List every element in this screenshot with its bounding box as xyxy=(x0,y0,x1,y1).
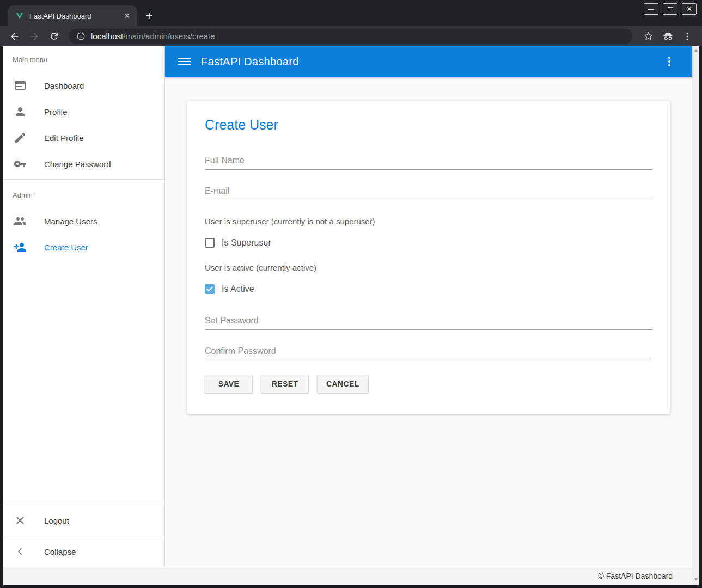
browser-menu-icon[interactable] xyxy=(679,28,695,45)
form-actions: SAVE RESET CANCEL xyxy=(205,375,652,393)
is-active-label: Is Active xyxy=(222,284,254,294)
app-bar: FastAPI Dashboard xyxy=(165,46,692,77)
new-tab-button[interactable]: + xyxy=(142,8,157,23)
sidebar-item-label: Dashboard xyxy=(44,81,84,90)
active-hint: User is active (currently active) xyxy=(205,263,652,272)
sidebar-divider xyxy=(3,505,164,505)
forward-button[interactable] xyxy=(26,28,42,45)
scroll-up-icon[interactable] xyxy=(694,49,698,52)
vue-favicon xyxy=(15,11,24,20)
tab-close-icon[interactable]: ✕ xyxy=(122,11,132,21)
url-bar[interactable]: localhost/main/admin/users/create xyxy=(69,29,632,44)
vertical-scrollbar[interactable] xyxy=(692,46,699,585)
cancel-button[interactable]: CANCEL xyxy=(317,375,369,393)
tab-title: FastAPI Dashboard xyxy=(29,12,122,20)
set-password-input[interactable] xyxy=(205,316,652,326)
sidebar-item-label: Manage Users xyxy=(44,217,97,226)
main-area: FastAPI Dashboard Create User xyxy=(165,46,692,567)
tab-strip: FastAPI Dashboard ✕ + ✕ xyxy=(0,0,702,26)
pencil-icon xyxy=(14,131,27,144)
sidebar-item-collapse[interactable]: Collapse xyxy=(3,538,164,565)
sidebar-item-label: Profile xyxy=(44,107,68,117)
page-viewport: Main menu Dashboard Profile xyxy=(3,46,699,585)
browser-tab[interactable]: FastAPI Dashboard ✕ xyxy=(8,5,137,26)
sidebar-item-logout[interactable]: Logout xyxy=(3,507,164,534)
copyright-text: © FastAPI Dashboard xyxy=(599,572,673,580)
sidebar-item-profile[interactable]: Profile xyxy=(3,99,164,125)
scroll-down-icon[interactable] xyxy=(694,578,698,581)
sidebar-divider xyxy=(3,536,164,536)
person-icon xyxy=(14,105,27,118)
info-icon[interactable] xyxy=(76,32,86,41)
sidebar-item-manage-users[interactable]: Manage Users xyxy=(3,208,164,234)
reload-button[interactable] xyxy=(46,28,62,45)
minimize-icon xyxy=(648,9,654,10)
url-path: /main/admin/users/create xyxy=(123,32,215,41)
close-icon xyxy=(14,514,27,527)
bookmark-star-icon[interactable] xyxy=(640,28,656,45)
sidebar-item-edit-profile[interactable]: Edit Profile xyxy=(3,125,164,151)
browser-toolbar: localhost/main/admin/users/create xyxy=(0,26,702,46)
is-superuser-row[interactable]: Is Superuser xyxy=(205,238,652,248)
confirm-password-field-wrap xyxy=(205,346,652,360)
window-close-button[interactable]: ✕ xyxy=(682,3,697,15)
group-icon xyxy=(14,215,27,228)
reset-button[interactable]: RESET xyxy=(261,375,309,393)
maximize-icon xyxy=(668,7,673,11)
is-active-checkbox[interactable] xyxy=(205,284,215,294)
superuser-hint: User is superuser (currently is not a su… xyxy=(205,217,652,226)
confirm-password-input[interactable] xyxy=(205,346,652,356)
sidebar-item-label: Collapse xyxy=(44,547,76,556)
sidebar-section-admin: Admin xyxy=(3,182,164,208)
incognito-icon xyxy=(660,28,676,45)
key-icon xyxy=(14,157,27,170)
full-name-field-wrap xyxy=(205,156,652,170)
app-title: FastAPI Dashboard xyxy=(201,56,299,68)
save-button[interactable]: SAVE xyxy=(205,375,253,393)
sidebar-item-label: Edit Profile xyxy=(44,133,84,143)
kebab-menu-icon[interactable] xyxy=(663,55,676,68)
full-name-input[interactable] xyxy=(205,156,652,166)
sidebar-section-main-menu: Main menu xyxy=(3,46,164,72)
sidebar-divider xyxy=(3,179,164,180)
email-field-wrap xyxy=(205,186,652,200)
sidebar-item-label: Logout xyxy=(44,516,69,525)
window-controls: ✕ xyxy=(644,3,697,15)
browser-window: FastAPI Dashboard ✕ + ✕ localhost/main/a xyxy=(0,0,702,588)
sidebar: Main menu Dashboard Profile xyxy=(3,46,165,567)
person-add-icon xyxy=(14,241,27,254)
window-close-icon: ✕ xyxy=(686,5,692,13)
sidebar-spacer xyxy=(3,260,164,503)
sidebar-item-label: Create User xyxy=(44,243,88,252)
url-text: localhost/main/admin/users/create xyxy=(91,32,215,41)
create-user-card: Create User User is superuser (currently… xyxy=(187,101,670,414)
page-footer: © FastAPI Dashboard xyxy=(3,567,692,585)
page-title: Create User xyxy=(205,117,652,133)
window-border-bottom xyxy=(0,585,702,588)
email-input[interactable] xyxy=(205,186,652,196)
back-button[interactable] xyxy=(7,28,23,45)
set-password-field-wrap xyxy=(205,316,652,330)
sidebar-item-create-user[interactable]: Create User xyxy=(3,234,164,260)
page-content: Create User User is superuser (currently… xyxy=(165,77,692,567)
window-maximize-button[interactable] xyxy=(663,3,677,15)
is-superuser-checkbox[interactable] xyxy=(205,238,215,248)
is-superuser-label: Is Superuser xyxy=(222,238,271,248)
hamburger-icon[interactable] xyxy=(178,55,191,68)
url-host: localhost xyxy=(91,32,123,41)
sidebar-item-change-password[interactable]: Change Password xyxy=(3,151,164,177)
sidebar-item-label: Change Password xyxy=(44,160,111,169)
chevron-left-icon xyxy=(14,545,27,558)
dashboard-icon xyxy=(14,79,27,92)
window-minimize-button[interactable] xyxy=(644,3,658,15)
is-active-row[interactable]: Is Active xyxy=(205,284,652,294)
sidebar-item-dashboard[interactable]: Dashboard xyxy=(3,72,164,99)
